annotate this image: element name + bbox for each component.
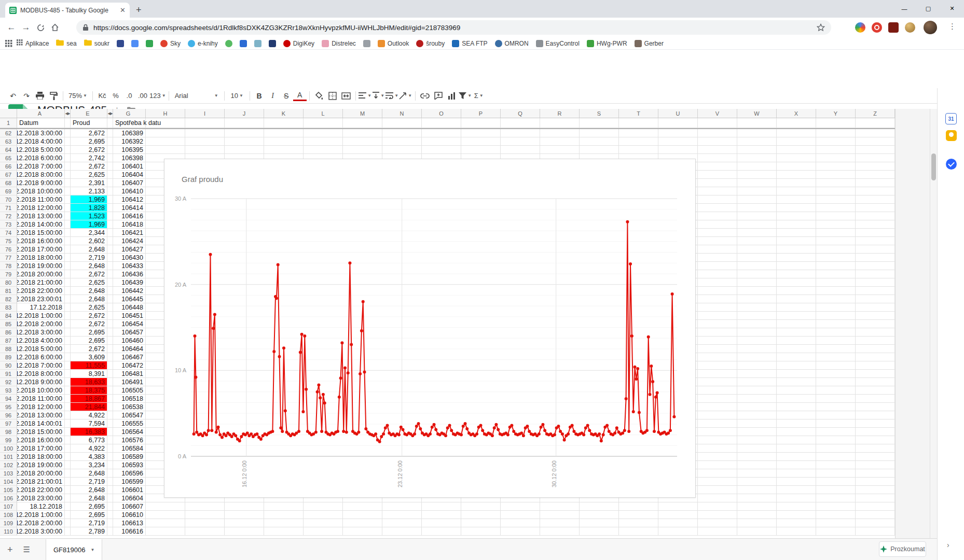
strikethrough-button[interactable]: S <box>280 90 293 102</box>
cell-spotreba[interactable]: 106555 <box>113 419 146 428</box>
row-number[interactable]: 64 <box>0 146 17 154</box>
cell-spotreba[interactable]: 106589 <box>113 453 146 461</box>
cell-spotreba[interactable]: 106518 <box>113 395 146 403</box>
column-header-V[interactable]: V <box>698 109 737 118</box>
cell-proud[interactable]: 2,695 <box>71 511 107 519</box>
cell-spotreba[interactable]: 106427 <box>113 245 146 254</box>
column-header-Z[interactable]: Z <box>856 109 895 118</box>
cell-datum[interactable]: 16.12.2018 8:00:00 <box>17 171 65 179</box>
bookmark-item[interactable]: Distrelec <box>319 38 359 49</box>
row-number[interactable]: 105 <box>0 486 17 494</box>
cell-spotreba[interactable]: 106505 <box>113 386 146 395</box>
cell-datum[interactable]: 17.12.2018 7:00:00 <box>17 361 65 370</box>
cell-spotreba[interactable]: 106601 <box>113 486 146 494</box>
row-number[interactable]: 78 <box>0 262 17 270</box>
cell-datum[interactable]: 17.12.2018 <box>17 303 65 312</box>
cell-proud[interactable]: 2,719 <box>71 519 107 527</box>
cell-datum[interactable]: 16.12.2018 20:00:00 <box>17 270 65 278</box>
hidden-columns-marker[interactable]: ◂▸ <box>65 109 71 118</box>
row-number[interactable]: 73 <box>0 220 17 229</box>
empty-cells[interactable] <box>146 146 930 154</box>
format-percent-button[interactable]: % <box>109 90 122 102</box>
bookmark-item[interactable]: DigiKey <box>280 38 318 49</box>
home-button[interactable] <box>48 20 62 35</box>
filter-button[interactable]: ▼ <box>459 90 472 102</box>
column-header-P[interactable]: P <box>461 109 501 118</box>
cell-datum[interactable]: 16.12.2018 15:00:00 <box>17 229 65 237</box>
row-number[interactable]: 91 <box>0 370 17 378</box>
cell-spotreba[interactable]: 106464 <box>113 345 146 353</box>
row-number[interactable]: 84 <box>0 312 17 320</box>
cell-spotreba[interactable]: 106401 <box>113 162 146 171</box>
insert-link-button[interactable] <box>418 90 432 102</box>
row-number[interactable]: 104 <box>0 478 17 486</box>
cell-datum[interactable]: 16.12.2018 17:00:00 <box>17 245 65 254</box>
cell-proud[interactable]: 4,922 <box>71 411 107 419</box>
cell-spotreba[interactable]: 106481 <box>113 370 146 378</box>
column-header-X[interactable]: X <box>777 109 816 118</box>
cell-datum[interactable]: 17.12.2018 12:00:00 <box>17 403 65 411</box>
column-header-R[interactable]: R <box>540 109 580 118</box>
row-number[interactable]: 63 <box>0 137 17 146</box>
cell-proud[interactable]: 18,375 <box>71 386 107 395</box>
cell-proud[interactable]: 6,773 <box>71 436 107 444</box>
column-header-J[interactable]: J <box>225 109 264 118</box>
cell-datum[interactable]: 16.12.2018 7:00:00 <box>17 162 65 171</box>
row-number[interactable]: 102 <box>0 461 17 469</box>
row-number[interactable]: 66 <box>0 162 17 171</box>
row-number[interactable]: 99 <box>0 436 17 444</box>
reload-button[interactable] <box>33 20 48 35</box>
cell-proud[interactable]: 1,828 <box>71 204 107 212</box>
cell-datum[interactable]: 17.12.2018 19:00:00 <box>17 461 65 469</box>
cell-datum[interactable]: 17.12.2018 17:00:00 <box>17 444 65 453</box>
cell-spotreba[interactable]: 106584 <box>113 444 146 453</box>
cell-proud[interactable]: 2,719 <box>71 478 107 486</box>
cell-proud[interactable]: 2,602 <box>71 237 107 245</box>
row-number[interactable]: 93 <box>0 386 17 395</box>
row-number[interactable]: 100 <box>0 444 17 453</box>
cell-datum[interactable]: 17.12.2018 6:00:00 <box>17 353 65 361</box>
row-number[interactable]: 98 <box>0 428 17 436</box>
cell-datum[interactable]: 17.12.2018 5:00:00 <box>17 345 65 353</box>
cell-spotreba[interactable]: 106547 <box>113 411 146 419</box>
column-header-G[interactable]: G <box>113 109 146 118</box>
cell-spotreba[interactable]: 106448 <box>113 303 146 312</box>
increase-decimal-button[interactable]: .00 <box>136 90 149 102</box>
row-number[interactable]: 89 <box>0 353 17 361</box>
row-number[interactable]: 71 <box>0 204 17 212</box>
cell-spotreba[interactable]: 106398 <box>113 154 146 162</box>
cell-spotreba[interactable]: 106472 <box>113 361 146 370</box>
cell-spotreba[interactable]: 106424 <box>113 237 146 245</box>
horizontal-align-button[interactable]: ▼ <box>359 90 372 102</box>
explore-button[interactable]: Prozkoumat <box>879 541 926 557</box>
insert-comment-button[interactable] <box>432 90 445 102</box>
cell-proud[interactable]: 3,234 <box>71 461 107 469</box>
column-header-S[interactable]: S <box>580 109 619 118</box>
cell-proud[interactable]: 2,625 <box>71 171 107 179</box>
row-number[interactable]: 95 <box>0 403 17 411</box>
cell-spotreba[interactable]: 106442 <box>113 287 146 295</box>
text-color-button[interactable]: A <box>293 90 307 101</box>
all-sheets-button[interactable]: ☰ <box>23 545 30 554</box>
column-header-H[interactable]: H <box>146 109 185 118</box>
empty-cells[interactable] <box>146 511 930 519</box>
row-number[interactable]: 90 <box>0 361 17 370</box>
column-header-E[interactable]: E <box>71 109 107 118</box>
cell-datum[interactable]: 16.12.2018 9:00:00 <box>17 179 65 187</box>
cell-datum[interactable]: 17.12.2018 20:00:00 <box>17 469 65 478</box>
cell-proud[interactable]: 2,648 <box>71 287 107 295</box>
row-number[interactable]: 62 <box>0 129 17 137</box>
cell-datum[interactable]: 16.12.2018 12:00:00 <box>17 204 65 212</box>
text-wrap-button[interactable]: ▼ <box>385 90 399 102</box>
font-size-select[interactable]: 10▼ <box>227 90 247 102</box>
vertical-scrollbar[interactable] <box>930 109 938 538</box>
row-number[interactable]: 72 <box>0 212 17 220</box>
bookmark-item[interactable]: Gerber <box>631 38 667 49</box>
cell-proud[interactable]: 1,969 <box>71 195 107 204</box>
row-number[interactable]: 75 <box>0 237 17 245</box>
cell-proud[interactable]: 2,672 <box>71 162 107 171</box>
empty-cells[interactable] <box>146 502 930 511</box>
cell-datum[interactable]: 16.12.2018 11:00:00 <box>17 195 65 204</box>
bookmark-item[interactable]: Outlook <box>375 38 412 49</box>
vertical-align-button[interactable]: ▼ <box>372 90 385 102</box>
